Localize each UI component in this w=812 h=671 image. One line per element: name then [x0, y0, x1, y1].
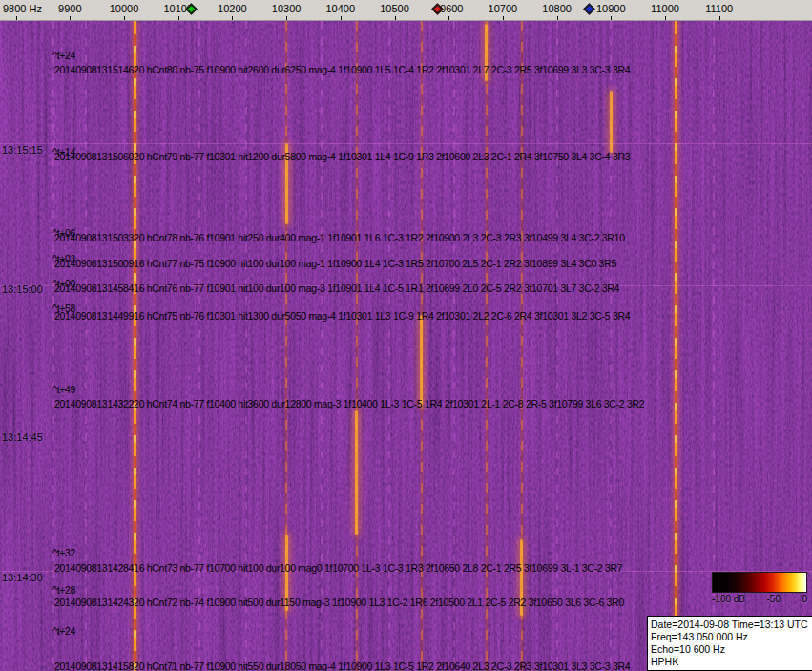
event-time-marker: ^t+24 [52, 50, 75, 61]
freq-tick-mark [232, 16, 233, 20]
freq-tick-mark [719, 16, 720, 20]
event-log-text: 20140908131500916 hCnt77 nb-75 f10900 hi… [54, 258, 616, 269]
station-info-box: Date=2014-09-08 Time=13:13 UTC Freq=143 … [647, 616, 812, 671]
time-grid-line [0, 430, 812, 430]
freq-tick-mark [16, 16, 17, 20]
freq-tick-label: 9800 Hz [3, 3, 42, 14]
carrier-line [675, 21, 677, 671]
freq-tick-mark [286, 16, 287, 20]
colorbar-min-label: -100 dB [712, 594, 745, 604]
freq-tick-label: 10700 [489, 3, 518, 14]
freq-tick-label: 10300 [272, 3, 302, 14]
event-log-text: 20140908131432220 hCnt74 nb-77 f10400 hi… [54, 398, 644, 409]
event-log-text: 20140908131449916 hCnt75 nb-76 f10301 hi… [54, 310, 630, 322]
frequency-scale: 9800 Hz990010000101001020010300104001050… [0, 0, 812, 21]
freq-tick-mark [503, 16, 504, 20]
event-log-text: 20140908131415820 hCnt71 nb-77 f10900 hi… [54, 661, 630, 671]
time-axis-label: 13:14:45 [2, 431, 43, 443]
freq-tick-mark [665, 16, 666, 20]
time-axis-label: 13:15:00 [2, 283, 43, 295]
freq-tick-mark [395, 16, 396, 20]
freq-tick-mark [124, 16, 125, 20]
event-log-text: 20140908131506020 hCnt79 nb-77 f10301 hi… [54, 151, 630, 162]
info-date-time: Date=2014-09-08 Time=13:13 UTC [651, 619, 811, 631]
info-frequency: Freq=143 050 000 Hz [651, 631, 811, 643]
freq-tick-label: 9900 [58, 3, 81, 14]
signal-level-colorbar: -100 dB -50 0 [712, 572, 807, 604]
freq-tick-mark [178, 16, 179, 20]
freq-tick-mark [341, 16, 342, 20]
event-time-marker: ^t+32 [52, 547, 75, 558]
freq-tick-label: 10400 [326, 3, 356, 14]
freq-tick-label: 11000 [651, 3, 679, 14]
info-station-id: HPHK [651, 656, 811, 668]
event-time-marker: ^t+28 [52, 584, 75, 596]
event-log-text: 20140908131424320 hCnt72 nb-74 f10900 hi… [54, 597, 624, 608]
colorbar-labels: -100 dB -50 0 [712, 594, 807, 604]
waterfall-display: ^t+2420140908131514620 hCnt80 nb-75 f109… [0, 21, 812, 671]
time-grid-line [0, 143, 812, 144]
colorbar-max-label: 0 [802, 594, 807, 604]
info-echo: Echo=10 600 Hz [651, 643, 811, 656]
time-axis-label: 13:15:15 [2, 144, 43, 156]
time-axis-label: 13:14:30 [2, 572, 43, 583]
freq-tick-mark [448, 16, 449, 20]
freq-tick-label: 10800 [542, 3, 572, 14]
freq-tick-mark [70, 16, 71, 20]
meteor-echo-patch [420, 315, 423, 406]
event-log-text: 20140908131503320 hCnt78 nb-76 f10901 hi… [54, 232, 625, 243]
event-time-marker: ^t+24 [52, 625, 75, 637]
spectrogram-app: ^t+2420140908131514620 hCnt80 nb-75 f109… [0, 0, 812, 671]
freq-tick-label: 11100 [705, 3, 733, 14]
colorbar-gradient [712, 572, 807, 593]
freq-tick-label: 10000 [110, 3, 139, 14]
freq-tick-mark [557, 16, 558, 20]
event-log-text: 20140908131458416 hCnt76 nb-77 f10901 hi… [54, 283, 619, 294]
event-log-text: 20140908131514620 hCnt80 nb-75 f10900 hi… [54, 64, 630, 75]
freq-tick-label: 10900 [596, 3, 626, 14]
event-log-text: 20140908131428416 hCnt73 nb-77 f10700 hi… [54, 562, 622, 574]
event-time-marker: ^t+49 [52, 384, 75, 395]
freq-tick-label: 10500 [380, 3, 409, 14]
freq-tick-label: 10200 [218, 3, 247, 14]
freq-tick-mark [611, 16, 612, 20]
blue-marker[interactable] [583, 3, 595, 15]
colorbar-mid-label: -50 [767, 594, 781, 604]
